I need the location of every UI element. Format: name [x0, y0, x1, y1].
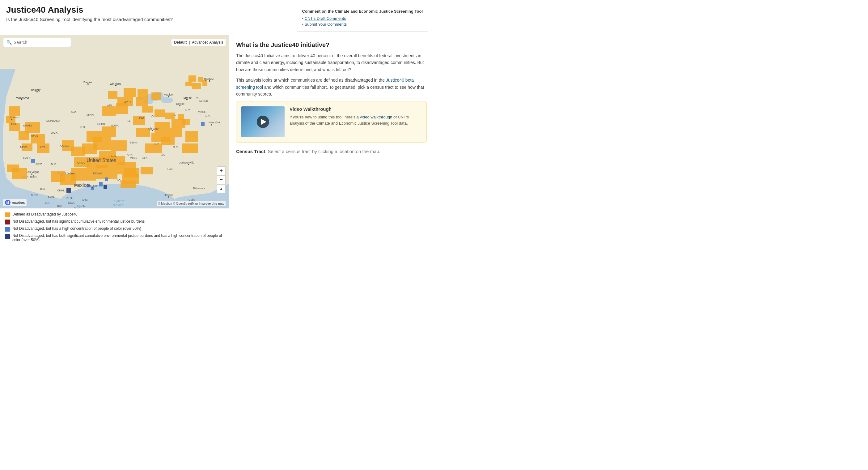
- svg-text:UTAH: UTAH: [40, 146, 48, 149]
- svg-text:Havana: Havana: [164, 194, 173, 197]
- video-walkthrough-link[interactable]: video walkthrough: [360, 115, 393, 119]
- legend-label-4: Not Disadvantaged, but has both signific…: [12, 233, 224, 242]
- legend-item-4: Not Disadvantaged, but has both signific…: [5, 233, 224, 242]
- svg-text:Cuba: Cuba: [188, 198, 195, 201]
- svg-text:N.C.: N.C.: [155, 143, 160, 146]
- section-title: What is the Justice40 initiative?: [236, 41, 427, 49]
- compass-button[interactable]: ▲: [217, 184, 225, 193]
- zoom-out-button[interactable]: −: [217, 175, 225, 184]
- svg-text:Jacksonville: Jacksonville: [179, 161, 194, 164]
- svg-rect-57: [31, 159, 35, 163]
- video-thumbnail[interactable]: [241, 106, 285, 137]
- comment-link-2[interactable]: Submit Your Comments: [302, 22, 423, 27]
- svg-text:Vancouver: Vancouver: [16, 96, 29, 99]
- legend-color-3: [5, 227, 10, 232]
- map-svg[interactable]: Vancouver Calgary Regina Winnipeg Quebec…: [0, 35, 229, 208]
- svg-text:Winnipeg: Winnipeg: [110, 82, 121, 85]
- svg-text:GUAN.: GUAN.: [77, 204, 86, 207]
- svg-text:Mexico: Mexico: [113, 203, 124, 207]
- legend-label-1: Defined as Disadvantaged by Justice40: [12, 212, 78, 216]
- svg-text:OKLA.: OKLA.: [77, 161, 86, 164]
- census-tract-section: Census Tract: Select a census tract by c…: [236, 149, 427, 154]
- analysis-toggle: Default | Advanced Analysis: [172, 39, 225, 46]
- svg-point-83: [168, 96, 169, 97]
- svg-rect-156: [155, 110, 165, 117]
- comment-box-links: CNT's Draft Comments Submit Your Comment…: [302, 16, 423, 27]
- svg-text:IND.: IND.: [139, 116, 145, 119]
- svg-rect-151: [7, 165, 19, 172]
- legend-label-2: Not Disadvantaged, but has significant c…: [12, 219, 145, 224]
- svg-rect-15: [124, 88, 136, 97]
- svg-rect-28: [136, 128, 150, 137]
- svg-text:Bahamas: Bahamas: [193, 187, 205, 190]
- svg-point-74: [11, 119, 12, 120]
- mapbox-circle-icon: M: [5, 200, 10, 205]
- svg-text:COA.: COA.: [68, 201, 75, 204]
- mapbox-text: mapbox: [12, 201, 25, 204]
- svg-text:Madison: Madison: [164, 93, 174, 96]
- svg-rect-18: [108, 91, 117, 99]
- svg-text:MAINE: MAINE: [199, 99, 208, 102]
- svg-text:ILL.: ILL.: [127, 119, 131, 122]
- svg-text:Las Vegas: Las Vegas: [26, 170, 39, 173]
- svg-rect-58: [201, 122, 205, 126]
- search-box[interactable]: 🔍: [3, 38, 71, 47]
- svg-point-72: [186, 99, 188, 100]
- svg-text:MONTANA: MONTANA: [46, 119, 60, 122]
- comment-link-1[interactable]: CNT's Draft Comments: [302, 16, 423, 21]
- svg-rect-13: [203, 80, 207, 86]
- svg-rect-164: [121, 181, 136, 188]
- svg-text:MASS.: MASS.: [198, 110, 207, 113]
- mapbox-logo: M mapbox: [3, 199, 27, 206]
- video-play-button[interactable]: [257, 116, 269, 128]
- improve-map-link[interactable]: Improve this map: [199, 202, 224, 205]
- svg-rect-56: [105, 177, 108, 181]
- svg-rect-162: [51, 171, 65, 182]
- svg-point-68: [115, 85, 117, 86]
- search-input[interactable]: [13, 40, 68, 45]
- svg-rect-155: [116, 103, 128, 114]
- svg-text:TAM.: TAM.: [82, 198, 88, 201]
- svg-text:ORE.: ORE.: [11, 122, 18, 125]
- svg-text:CHIH.: CHIH.: [57, 189, 65, 192]
- search-icon: 🔍: [6, 40, 12, 45]
- svg-point-66: [88, 84, 89, 85]
- map-container[interactable]: Vancouver Calgary Regina Winnipeg Quebec…: [0, 35, 229, 208]
- census-tract-label: Census Tract: Select a census tract by c…: [236, 149, 380, 154]
- svg-text:Regina: Regina: [84, 81, 92, 84]
- svg-text:MISS.: MISS.: [130, 156, 137, 159]
- legend-label-3: Not Disadvantaged, but has a high concen…: [12, 226, 141, 231]
- analysis-advanced-label[interactable]: Advanced Analysis: [192, 40, 223, 45]
- desc2-suffix: and which communities fall short. To get…: [236, 85, 424, 96]
- zoom-in-button[interactable]: +: [217, 166, 225, 175]
- svg-text:ARIZ.: ARIZ.: [35, 163, 43, 166]
- svg-text:NEVA.: NEVA.: [20, 146, 28, 149]
- svg-text:NEVA.: NEVA.: [31, 135, 39, 138]
- mapbox-attr: © Mapbox: [158, 202, 172, 205]
- analysis-default-label[interactable]: Default: [174, 40, 187, 45]
- svg-text:NEBR.: NEBR.: [97, 122, 106, 125]
- video-description: If you're new to using this tool, here's…: [289, 114, 422, 126]
- svg-text:Chicago: Chicago: [148, 127, 158, 130]
- svg-point-117: [188, 164, 189, 165]
- svg-text:WYO.: WYO.: [51, 132, 58, 135]
- svg-point-124: [31, 173, 32, 175]
- svg-point-6: [161, 97, 173, 103]
- svg-text:N.M.: N.M.: [51, 163, 57, 166]
- legend-color-1: [5, 212, 10, 217]
- legend-item-3: Not Disadvantaged, but has a high concen…: [5, 226, 224, 232]
- comment-box-title: Comment on the Climate and Economic Just…: [302, 9, 423, 13]
- svg-rect-159: [178, 114, 184, 120]
- page-header: Justice40 Analysis Is the Justice40 Scre…: [0, 0, 434, 35]
- toggle-separator: |: [189, 40, 190, 45]
- census-tract-strong: Census Tract: [236, 149, 265, 154]
- svg-text:MINN.: MINN.: [87, 113, 95, 116]
- svg-text:B.C.S.: B.C.S.: [31, 194, 39, 197]
- svg-text:N.Y.: N.Y.: [185, 109, 190, 112]
- svg-text:ALA.: ALA.: [142, 156, 148, 159]
- svg-rect-21: [142, 106, 153, 113]
- svg-rect-59: [66, 188, 71, 193]
- svg-text:VT.: VT.: [196, 96, 200, 99]
- map-panel: 🔍 Default | Advanced Analysis: [0, 35, 229, 248]
- svg-text:S.D.: S.D.: [80, 125, 86, 129]
